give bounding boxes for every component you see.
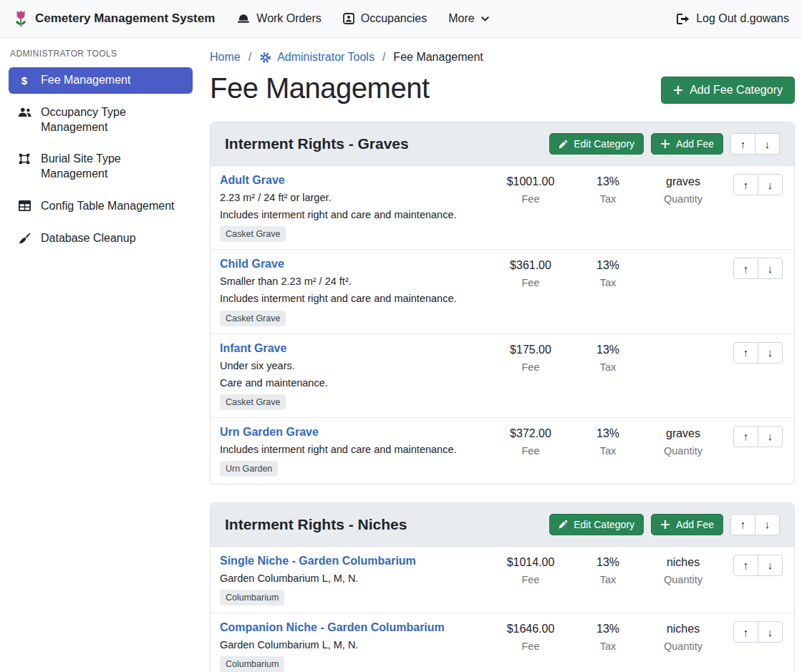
- fee-name-link[interactable]: Adult Grave: [220, 174, 285, 187]
- move-category-up-button[interactable]: ↑: [730, 133, 755, 155]
- page-layout: Administrator Tools $ Fee Management Occ…: [0, 38, 802, 672]
- add-fee-label: Add Fee: [676, 138, 714, 150]
- move-fee-down-button[interactable]: ↓: [758, 555, 783, 576]
- fee-info: Companion Niche - Garden Columbarium Gar…: [220, 621, 491, 672]
- sidebar-item-config-table-management[interactable]: Config Table Management: [9, 193, 193, 220]
- move-fee-up-button[interactable]: ↑: [733, 258, 758, 279]
- move-fee-down-button[interactable]: ↓: [758, 621, 783, 643]
- plus-icon: [660, 139, 670, 149]
- fee-descriptions: Smaller than 2.23 m² / 24 ft².Includes i…: [220, 275, 483, 305]
- category-title: Interment Rights - Niches: [225, 516, 542, 533]
- fee-column-label: Fee: [491, 361, 571, 373]
- breadcrumb-home-link[interactable]: Home: [210, 51, 241, 64]
- sidebar-item-label: Config Table Management: [41, 199, 175, 214]
- add-fee-category-button[interactable]: Add Fee Category: [661, 77, 795, 104]
- tax-rate: 13%: [571, 344, 645, 356]
- arrow-up-icon: ↑: [743, 560, 749, 570]
- edit-category-button[interactable]: Edit Category: [549, 514, 644, 535]
- arrow-down-icon: ↓: [768, 627, 773, 638]
- page-title: Fee Management: [210, 72, 430, 104]
- move-fee-up-button[interactable]: ↑: [733, 426, 758, 447]
- fee-name-link[interactable]: Single Niche - Garden Columbarium: [220, 555, 416, 568]
- fee-row: Single Niche - Garden Columbarium Garden…: [211, 547, 794, 613]
- quantity-column-label: Quantity: [645, 574, 721, 585]
- fee-type-badge: Columbarium: [220, 590, 284, 605]
- move-fee-down-button[interactable]: ↓: [758, 258, 783, 279]
- quantity-column: graves Quantity: [645, 174, 721, 205]
- breadcrumb-admin-tools-link[interactable]: Administrator Tools: [259, 51, 375, 64]
- fee-category-card: Interment Rights - Niches Edit Category …: [210, 502, 795, 672]
- logout-button[interactable]: Log Out d.gowans: [677, 12, 789, 25]
- move-fee-up-button[interactable]: ↑: [733, 555, 758, 576]
- sidebar-item-occupancy-type-management[interactable]: Occupancy Type Management: [9, 99, 193, 141]
- tulip-logo-icon: [13, 9, 29, 29]
- move-category-down-button[interactable]: ↓: [755, 133, 780, 155]
- nav-item-occupancies[interactable]: Occupancies: [332, 6, 438, 31]
- move-fee-up-button[interactable]: ↑: [733, 174, 758, 195]
- quantity-column-label: Quantity: [645, 641, 721, 652]
- breadcrumb-separator: /: [248, 51, 251, 64]
- fee-column-label: Fee: [491, 574, 571, 585]
- fee-name-link[interactable]: Child Grave: [220, 258, 284, 271]
- edit-category-button[interactable]: Edit Category: [549, 133, 644, 155]
- arrow-down-icon: ↓: [768, 560, 773, 570]
- fee-descriptions: Garden Columbarium L, M, N.: [220, 572, 483, 585]
- move-fee-up-button[interactable]: ↑: [733, 621, 758, 643]
- add-fee-category-label: Add Fee Category: [690, 84, 783, 97]
- fee-name-link[interactable]: Infant Grave: [220, 342, 286, 355]
- app-title: Cemetery Management System: [35, 11, 215, 26]
- fee-description: Includes interment right and care and ma…: [220, 443, 483, 456]
- tax-column: 13% Tax: [571, 258, 645, 288]
- primary-nav: Work Orders Occupancies More: [226, 6, 499, 31]
- quantity-column-label: Quantity: [645, 193, 721, 205]
- fee-reorder-group: ↑ ↓: [721, 555, 783, 576]
- fee-name-link[interactable]: Companion Niche - Garden Columbarium: [220, 621, 445, 634]
- move-category-down-button[interactable]: ↓: [755, 514, 780, 535]
- category-list: Interment Rights - Graves Edit Category …: [210, 122, 795, 672]
- table-icon: [17, 200, 32, 211]
- sidebar-item-burial-site-type-management[interactable]: Burial Site Type Management: [9, 146, 193, 188]
- app-brand[interactable]: Cemetery Management System: [13, 9, 215, 29]
- arrow-down-icon: ↓: [765, 139, 770, 150]
- fee-description: Care and maintenance.: [220, 376, 483, 389]
- sidebar-item-fee-management[interactable]: $ Fee Management: [9, 67, 193, 94]
- move-fee-up-button[interactable]: ↑: [733, 342, 758, 364]
- sidebar-item-database-cleanup[interactable]: Database Cleanup: [9, 225, 193, 252]
- breadcrumb: Home / Administrator Tools / Fee Managem…: [210, 48, 795, 64]
- fee-row: Infant Grave Under six years.Care and ma…: [211, 333, 794, 417]
- move-fee-down-button[interactable]: ↓: [758, 174, 783, 195]
- arrow-down-icon: ↓: [768, 431, 773, 442]
- move-fee-down-button[interactable]: ↓: [758, 342, 783, 364]
- breadcrumb-section-label: Administrator Tools: [277, 51, 375, 64]
- quantity-column-label: Quantity: [645, 445, 721, 457]
- tax-column-label: Tax: [571, 641, 645, 652]
- fee-info: Single Niche - Garden Columbarium Garden…: [220, 555, 491, 605]
- move-fee-down-button[interactable]: ↓: [758, 426, 783, 447]
- category-header: Interment Rights - Niches Edit Category …: [211, 503, 794, 547]
- category-title: Interment Rights - Graves: [225, 135, 542, 152]
- fee-reorder-group: ↑ ↓: [721, 426, 783, 447]
- fee-type-badge: Columbarium: [220, 656, 284, 672]
- add-fee-button[interactable]: Add Fee: [651, 514, 723, 535]
- fee-amount: $372.00: [491, 427, 571, 440]
- fee-amount: $1014.00: [491, 556, 571, 569]
- fee-reorder-group: ↑ ↓: [721, 342, 783, 364]
- logout-label: Log Out d.gowans: [696, 12, 789, 25]
- nav-item-label: Work Orders: [256, 12, 321, 25]
- fee-name-link[interactable]: Urn Garden Grave: [220, 426, 319, 439]
- tax-rate: 13%: [571, 175, 645, 188]
- tax-rate: 13%: [571, 427, 645, 440]
- move-category-up-button[interactable]: ↑: [730, 514, 755, 535]
- fee-description: 2.23 m² / 24 ft² or larger.: [220, 191, 483, 204]
- fee-type-badge: Casket Grave: [220, 394, 286, 410]
- breadcrumb-current: Fee Management: [393, 51, 483, 64]
- arrow-down-icon: ↓: [768, 263, 773, 274]
- fee-row: Companion Niche - Garden Columbarium Gar…: [211, 613, 794, 672]
- add-fee-button[interactable]: Add Fee: [651, 133, 723, 155]
- fee-amount: $361.00: [491, 259, 571, 272]
- nav-item-more[interactable]: More: [438, 6, 499, 31]
- category-header: Interment Rights - Graves Edit Category …: [211, 122, 794, 166]
- nav-item-work-orders[interactable]: Work Orders: [226, 6, 332, 31]
- arrow-up-icon: ↑: [743, 347, 749, 358]
- breadcrumb-home-label: Home: [210, 51, 241, 64]
